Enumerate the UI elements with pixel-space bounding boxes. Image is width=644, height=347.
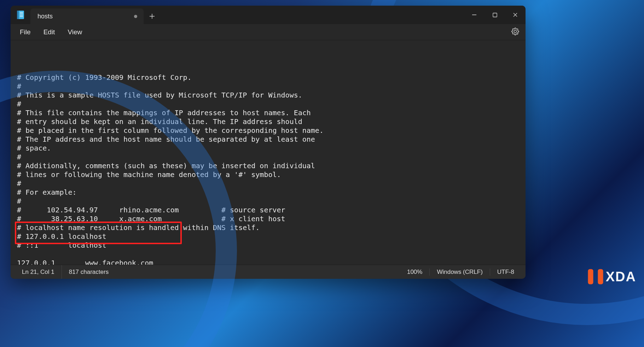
watermark-text: XDA <box>606 269 636 284</box>
editor-line: # be placed in the first column followed… <box>17 126 519 135</box>
gear-icon <box>511 28 519 35</box>
xda-watermark: XDA <box>587 269 636 285</box>
editor-line: # This is a sample HOSTS file used by Mi… <box>17 91 519 100</box>
editor-line: # For example: <box>17 188 519 197</box>
menu-view[interactable]: View <box>63 26 87 38</box>
editor-line <box>17 250 519 259</box>
title-bar: hosts <box>11 6 526 24</box>
close-button[interactable] <box>505 6 526 24</box>
menu-file[interactable]: File <box>15 26 36 38</box>
svg-rect-7 <box>493 13 497 17</box>
minimize-button[interactable] <box>464 6 485 24</box>
editor-line: # Copyright (c) 1993-2009 Microsoft Corp… <box>17 73 519 82</box>
editor-line: # <box>17 179 519 188</box>
editor-line: # 38.25.63.10 x.acme.com # x client host <box>17 214 519 223</box>
editor-line: # lines or following the machine name de… <box>17 170 519 179</box>
settings-button[interactable] <box>509 25 521 39</box>
modified-indicator-icon <box>134 15 137 18</box>
editor-line: # <box>17 197 519 206</box>
minimize-icon <box>472 12 477 17</box>
editor-line: # 102.54.94.97 rhino.acme.com # source s… <box>17 206 519 214</box>
editor-line: # ::1 localhost <box>17 241 519 250</box>
editor-line: # <box>17 82 519 91</box>
status-zoom[interactable]: 100% <box>400 269 429 276</box>
window-controls <box>464 6 526 24</box>
editor-line: # localhost name resolution is handled w… <box>17 223 519 232</box>
menu-edit[interactable]: Edit <box>39 26 60 38</box>
editor-line: # This file contains the mappings of IP … <box>17 108 519 117</box>
tab-title: hosts <box>37 13 53 20</box>
new-tab-button[interactable] <box>144 8 161 24</box>
editor-line: # Additionally, comments (such as these)… <box>17 161 519 170</box>
status-bar: Ln 21, Col 1 817 characters 100% Windows… <box>11 265 526 279</box>
editor-line: # <box>17 153 519 161</box>
close-icon <box>513 12 518 17</box>
editor-line: # space. <box>17 144 519 153</box>
menu-bar: File Edit View <box>11 24 526 40</box>
xda-logo-icon <box>587 269 604 285</box>
text-editor[interactable]: # Copyright (c) 1993-2009 Microsoft Corp… <box>11 40 526 265</box>
editor-line: # entry should be kept on an individual … <box>17 117 519 126</box>
status-char-count: 817 characters <box>62 265 116 279</box>
status-cursor-position: Ln 21, Col 1 <box>15 265 62 279</box>
editor-line: # 127.0.0.1 localhost <box>17 232 519 241</box>
maximize-icon <box>493 13 497 17</box>
editor-line: # The IP address and the host name shoul… <box>17 135 519 144</box>
notepad-app-icon <box>11 6 30 24</box>
editor-line: # <box>17 100 519 108</box>
editor-line: 127.0.0.1 www.facebook.com <box>17 259 519 265</box>
tab-hosts[interactable]: hosts <box>30 8 144 24</box>
notepad-window: hosts File Edit View # Copyright (c) 199… <box>11 6 526 279</box>
svg-rect-1 <box>17 11 19 19</box>
status-encoding[interactable]: UTF-8 <box>490 269 521 276</box>
status-line-ending[interactable]: Windows (CRLF) <box>429 269 489 276</box>
plus-icon <box>149 13 155 19</box>
maximize-button[interactable] <box>485 6 505 24</box>
